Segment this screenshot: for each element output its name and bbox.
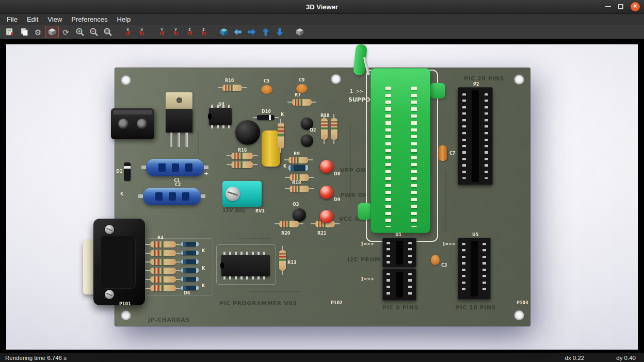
socket-pin-column xyxy=(482,243,486,294)
socket-p2-28pin xyxy=(458,87,493,185)
silk-pic28: PIC 28 PINS xyxy=(464,75,504,82)
resistor xyxy=(289,186,309,192)
rotate-x-cw-button[interactable]: X ↻ xyxy=(135,26,149,38)
silk-board-title: PIC PROGRAMMER V03 xyxy=(219,300,297,307)
menu-edit[interactable]: Edit xyxy=(22,15,43,23)
titlebar: 3D Viewer × xyxy=(0,0,644,14)
diode-d10 xyxy=(257,115,275,120)
viewport-frame: PIC 28 PINS VPP ON PWR ON VCC ON I2C PRO… xyxy=(0,39,644,353)
resistor xyxy=(150,250,176,256)
silk-i2c-prom: I2C PROM xyxy=(347,256,380,263)
pot-window xyxy=(169,192,176,201)
mounting-hole xyxy=(331,74,341,84)
cube-icon xyxy=(47,27,57,37)
diode xyxy=(288,165,308,171)
silk-ref: R18 xyxy=(320,113,329,118)
3d-canvas[interactable]: PIC 28 PINS VPP ON PWR ON VCC ON I2C PRO… xyxy=(6,44,638,350)
maximize-icon[interactable] xyxy=(618,4,623,9)
resistor xyxy=(150,268,176,274)
zif-side-tab xyxy=(358,203,372,220)
flip-board-button[interactable] xyxy=(217,26,231,38)
zoom-out-button[interactable] xyxy=(87,26,101,38)
resistor xyxy=(150,285,176,291)
silk-ref: K xyxy=(202,284,205,288)
socket-u5-18pin xyxy=(458,238,491,300)
led xyxy=(320,210,333,223)
rotate-y-ccw-button[interactable]: Y ↺ xyxy=(155,26,169,38)
ic-dip xyxy=(221,255,270,276)
trimmer-rv1 xyxy=(222,181,262,207)
terminal-opening xyxy=(118,119,128,129)
refresh-icon: ⟳ xyxy=(62,28,69,36)
close-icon[interactable]: × xyxy=(631,2,640,11)
rotate-cw-icon: ↻ xyxy=(139,30,144,37)
silk-ref: D10 xyxy=(262,109,271,114)
silk-ref: P102 xyxy=(331,301,343,305)
diode-d1 xyxy=(124,162,131,181)
rotate-ccw-icon: ↺ xyxy=(187,30,192,37)
silk-ref: C2 xyxy=(175,183,181,187)
silk-pin1-marker: 1=>> xyxy=(350,89,363,94)
zoom-fit-button[interactable] xyxy=(101,26,115,38)
silk-ref: U1 xyxy=(395,233,401,237)
rotate-y-cw-button[interactable]: Y ↻ xyxy=(169,26,183,38)
ic-u4 xyxy=(209,108,232,125)
settings-button[interactable]: ⚙ xyxy=(31,26,45,38)
regulator-tab xyxy=(166,92,192,109)
refresh-view-button[interactable]: ⟳ xyxy=(59,26,73,38)
silk-ref: C3 xyxy=(441,263,447,268)
minimize-icon[interactable] xyxy=(605,6,611,7)
copy-image-button[interactable] xyxy=(17,26,31,38)
regulator-tab-hole xyxy=(176,97,182,103)
pan-right-button[interactable] xyxy=(245,26,259,38)
silk-ref: R18 xyxy=(292,180,301,185)
resistor-vertical xyxy=(331,118,337,140)
silk-ref: K xyxy=(202,249,205,253)
zif-contact-column xyxy=(385,87,391,227)
rotate-cw-icon: ↻ xyxy=(201,30,206,37)
menu-file[interactable]: File xyxy=(2,15,22,23)
resistor xyxy=(231,161,253,168)
copper-trace xyxy=(445,171,446,233)
arrow-right-icon xyxy=(247,27,256,37)
arrow-down-icon xyxy=(275,27,284,37)
menu-help[interactable]: Help xyxy=(112,15,135,23)
menu-preferences[interactable]: Preferences xyxy=(67,15,112,23)
orient-cube-button[interactable] xyxy=(45,26,59,38)
mounting-hole xyxy=(514,310,524,320)
toolbar: ⚙ ⟳ xyxy=(0,25,644,39)
rotate-ccw-icon: ↺ xyxy=(159,30,164,37)
pan-down-button[interactable] xyxy=(272,26,286,38)
rotate-x-ccw-button[interactable]: X ↺ xyxy=(121,26,135,38)
socket-pin-column xyxy=(387,242,390,264)
export-image-icon xyxy=(5,27,15,37)
pan-left-button[interactable] xyxy=(231,26,245,38)
zoom-in-button[interactable] xyxy=(73,26,87,38)
gear-icon: ⚙ xyxy=(35,28,41,36)
rotate-cw-icon: ↻ xyxy=(173,30,178,37)
resistor-r20 xyxy=(279,221,299,227)
electrolytic-capacitor xyxy=(235,120,260,145)
silk-ref: K xyxy=(281,112,284,117)
silk-13v-adj: 13V ADJ xyxy=(222,208,245,213)
pot-window xyxy=(185,163,192,172)
rotate-ccw-icon: ↺ xyxy=(125,30,130,37)
pan-up-button[interactable] xyxy=(259,26,272,38)
diode xyxy=(181,268,199,273)
zif-side-tab xyxy=(430,83,445,98)
export-image-button[interactable] xyxy=(3,26,17,38)
pot-window xyxy=(182,192,189,201)
diode xyxy=(181,259,199,264)
flip-cube-icon xyxy=(219,27,229,37)
resistor-r4 xyxy=(150,241,176,248)
silk-ref: + xyxy=(204,170,208,177)
ortho-view-button[interactable] xyxy=(293,26,307,38)
rotate-z-ccw-button[interactable]: Z ↺ xyxy=(183,26,197,38)
socket-pin-column xyxy=(485,93,488,179)
resistor xyxy=(150,276,176,283)
potentiometer-c1 xyxy=(146,159,204,176)
pot-window xyxy=(172,163,179,172)
menu-view[interactable]: View xyxy=(43,15,67,23)
rotate-z-cw-button[interactable]: Z ↻ xyxy=(197,26,211,38)
silk-ref: C7 xyxy=(449,151,455,156)
